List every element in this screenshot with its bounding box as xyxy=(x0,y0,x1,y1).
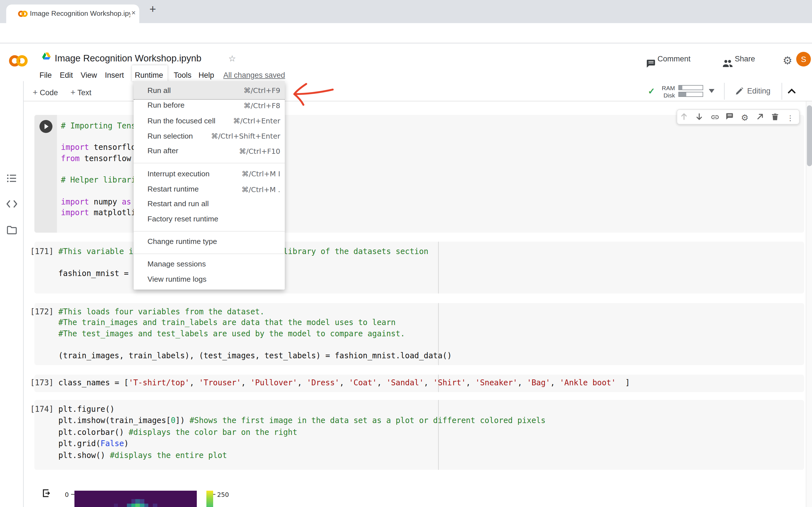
plot-pixel xyxy=(153,503,157,507)
runtime-menu-item-view-runtime-logs[interactable]: View runtime logs xyxy=(147,275,206,283)
add-code-button[interactable]: + Code xyxy=(33,87,58,97)
runtime-menu-item-restart-runtime[interactable]: Restart runtime xyxy=(147,185,199,193)
trash-icon[interactable] xyxy=(771,113,779,121)
plot-pixel xyxy=(140,503,144,507)
code-token: , xyxy=(517,378,527,387)
code-token: 'Pullover' xyxy=(250,378,297,387)
share-button[interactable]: Share xyxy=(735,55,755,63)
code-token: 'T-shirt/top' xyxy=(129,378,190,387)
menu-shortcut: ⌘/Ctrl+F9 xyxy=(244,86,280,95)
code-token: #displays the entire plot xyxy=(110,451,227,460)
code-token: 'Sandal' xyxy=(386,378,424,387)
plus-icon: + xyxy=(33,87,38,97)
comment-button[interactable]: Comment xyxy=(658,55,691,63)
table-of-contents-icon[interactable] xyxy=(7,174,17,182)
browser-tab-strip: Image Recognition Workshop.ipynb × + xyxy=(0,0,812,23)
menu-file[interactable]: File xyxy=(40,71,52,79)
code-token: 0 xyxy=(171,416,175,425)
gear-icon[interactable]: ⚙ xyxy=(741,113,749,123)
move-up-icon xyxy=(680,113,688,121)
gear-icon[interactable]: ⚙ xyxy=(783,54,792,67)
runtime-menu-item-manage-sessions[interactable]: Manage sessions xyxy=(147,260,206,268)
open-in-new-icon[interactable] xyxy=(756,113,764,121)
left-sidebar xyxy=(0,81,24,507)
code-token: ] xyxy=(616,378,630,387)
code-token: import xyxy=(61,197,89,206)
share-people-icon xyxy=(722,59,733,68)
tab-favicon-colab-icon xyxy=(18,10,26,17)
runtime-menu-item-run-before[interactable]: Run before xyxy=(147,101,185,110)
runtime-menu-item-run-all[interactable]: Run all xyxy=(147,86,171,94)
code-token: #displays the color bar on the right xyxy=(129,428,297,437)
menu-insert[interactable]: Insert xyxy=(105,71,124,79)
comment-icon[interactable] xyxy=(726,113,733,120)
runtime-menu-item-run-selection[interactable]: Run selection xyxy=(147,131,193,140)
runtime-menu-item-interrupt-execution[interactable]: Interrupt execution xyxy=(147,169,209,178)
plot-pixel xyxy=(127,503,131,507)
editor-ruler xyxy=(438,242,439,293)
code-token: ]) xyxy=(175,416,190,425)
move-down-icon[interactable] xyxy=(695,113,703,121)
scrollbar-thumb[interactable] xyxy=(807,105,812,166)
resources-dropdown-icon[interactable] xyxy=(709,89,714,93)
menu-shortcut: ⌘/Ctrl+F10 xyxy=(239,147,280,155)
browser-toolbar: colab.research.google.com/drive/1NtI1_ii… xyxy=(0,23,812,43)
star-outline-icon[interactable]: ☆ xyxy=(229,54,236,64)
runtime-menu-item-restart-and-run-all[interactable]: Restart and run all xyxy=(147,199,209,208)
execution-count: [173] xyxy=(30,378,54,388)
code-token: , xyxy=(340,378,349,387)
menu-view[interactable]: View xyxy=(81,71,97,79)
plot-colorbar xyxy=(206,490,213,507)
add-text-button[interactable]: + Text xyxy=(70,87,91,97)
cell-code[interactable]: class_names = ['T-shirt/top', 'Trouser',… xyxy=(58,378,630,388)
menu-edit[interactable]: Edit xyxy=(60,71,73,79)
cell-code[interactable]: plt.figure() plt.imshow(train_images[0])… xyxy=(58,403,546,461)
editing-mode-button[interactable]: Editing xyxy=(747,87,770,95)
code-token: , xyxy=(550,378,560,387)
plot-pixel xyxy=(140,499,144,503)
code-token: 'Coat' xyxy=(349,378,377,387)
disk-label: Disk xyxy=(658,92,675,98)
plot-pixel xyxy=(136,503,140,507)
code-token: 'Sneaker' xyxy=(475,378,518,387)
runtime-menu-item-run-after[interactable]: Run after xyxy=(147,147,178,155)
notebook-title[interactable]: Image Recognition Workshop.ipynb xyxy=(55,53,201,64)
browser-tab[interactable]: Image Recognition Workshop.ipynb × xyxy=(6,4,139,23)
code-cell[interactable]: [172]#This loads four variables from the… xyxy=(34,303,804,365)
code-token: plt.show() xyxy=(58,451,110,460)
files-folder-icon[interactable] xyxy=(7,226,17,234)
code-cell[interactable]: [174]plt.figure() plt.imshow(train_image… xyxy=(34,400,804,470)
runtime-menu-item-factory-reset-runtime[interactable]: Factory reset runtime xyxy=(147,215,218,223)
plot-pixel xyxy=(131,503,135,507)
code-token: class_names = [ xyxy=(58,378,129,387)
link-icon[interactable] xyxy=(711,113,719,122)
code-token: , xyxy=(424,378,433,387)
collapse-header-chevron-icon[interactable] xyxy=(788,89,796,94)
code-token: 'Shirt' xyxy=(433,378,466,387)
code-token: , xyxy=(190,378,199,387)
cell-code[interactable]: #This loads four variables from the data… xyxy=(58,306,452,361)
runtime-menu-item-run-the-focused-cell[interactable]: Run the focused cell xyxy=(147,117,215,125)
code-token: tensorflow xyxy=(80,154,136,163)
colab-profile-avatar[interactable]: S xyxy=(796,52,811,66)
saved-status[interactable]: All changes saved xyxy=(223,71,285,79)
code-snippets-icon[interactable] xyxy=(6,200,17,208)
new-tab-button[interactable]: + xyxy=(149,3,156,16)
code-token: , xyxy=(466,378,475,387)
kebab-menu-icon[interactable]: ⋮ xyxy=(786,113,794,123)
tab-close-icon[interactable]: × xyxy=(132,8,136,17)
runtime-menu-item-change-runtime-type[interactable]: Change runtime type xyxy=(147,237,217,245)
cell-output-icon[interactable] xyxy=(42,489,51,497)
menu-tools[interactable]: Tools xyxy=(174,71,192,79)
menu-runtime[interactable]: Runtime xyxy=(135,71,163,79)
plot-pixel xyxy=(136,499,140,503)
code-token: import xyxy=(61,208,89,217)
code-cell[interactable]: [173]class_names = ['T-shirt/top', 'Trou… xyxy=(34,375,804,392)
run-cell-button[interactable] xyxy=(39,120,52,133)
plot-y-tick-0: 0 xyxy=(61,491,69,498)
plot-pixel xyxy=(144,503,148,507)
menu-help[interactable]: Help xyxy=(199,71,214,79)
divider xyxy=(724,83,725,100)
execution-count: [171] xyxy=(30,246,54,257)
plot-y-tickmark xyxy=(71,494,74,495)
